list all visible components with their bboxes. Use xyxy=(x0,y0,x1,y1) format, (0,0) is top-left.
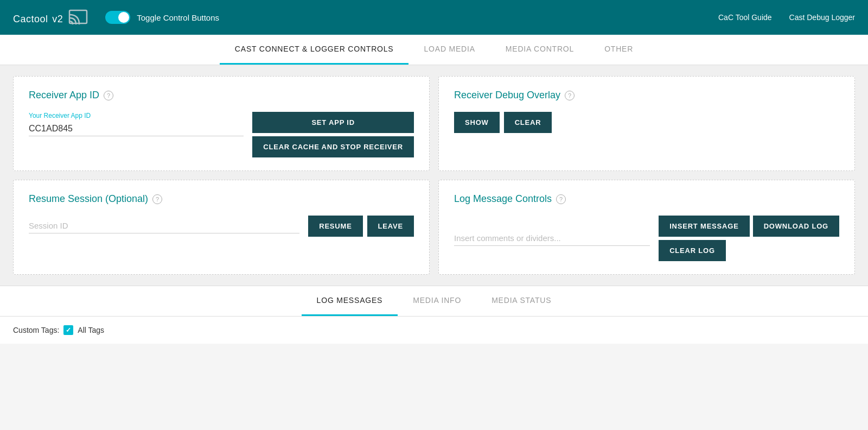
logo-version: v2 xyxy=(52,14,63,24)
header: Cactool v2 Toggle Control Buttons CaC To… xyxy=(0,0,868,35)
receiver-app-id-buttons: SET APP ID CLEAR CACHE AND STOP RECEIVER xyxy=(252,112,414,157)
custom-tags-area: Custom Tags: All Tags xyxy=(0,317,868,344)
resume-session-buttons: RESUME LEAVE xyxy=(308,216,414,237)
receiver-app-id-input[interactable] xyxy=(29,122,244,136)
clear-cache-stop-receiver-button[interactable]: CLEAR CACHE AND STOP RECEIVER xyxy=(252,136,414,157)
logo-name: Cactool xyxy=(13,14,48,24)
log-buttons-area: INSERT MESSAGE DOWNLOAD LOG CLEAR LOG xyxy=(659,216,839,261)
receiver-debug-overlay-buttons: SHOW CLEAR xyxy=(454,112,839,133)
session-id-input[interactable] xyxy=(29,219,299,233)
logo-text: Cactool v2 xyxy=(13,9,63,26)
resume-button[interactable]: RESUME xyxy=(308,216,362,237)
receiver-app-id-help-icon[interactable]: ? xyxy=(104,91,113,100)
session-id-input-area xyxy=(29,219,299,233)
set-app-id-button[interactable]: SET APP ID xyxy=(252,112,414,133)
receiver-app-id-body: Your Receiver App ID SET APP ID CLEAR CA… xyxy=(29,112,414,157)
resume-session-title: Resume Session (Optional) ? xyxy=(29,193,414,205)
receiver-app-id-input-label: Your Receiver App ID xyxy=(29,112,244,119)
tab-log-messages[interactable]: LOG MESSAGES xyxy=(302,286,398,316)
custom-tags-label: Custom Tags: xyxy=(13,326,59,334)
receiver-debug-overlay-card: Receiver Debug Overlay ? SHOW CLEAR xyxy=(438,76,855,171)
resume-session-help-icon[interactable]: ? xyxy=(152,194,162,204)
bottom-section: LOG MESSAGES MEDIA INFO MEDIA STATUS Cus… xyxy=(0,286,868,344)
cac-tool-guide-link[interactable]: CaC Tool Guide xyxy=(718,13,772,22)
log-message-controls-help-icon[interactable]: ? xyxy=(556,194,566,204)
cast-icon xyxy=(68,8,88,27)
tab-cast-connect[interactable]: CAST CONNECT & LOGGER CONTROLS xyxy=(220,35,409,65)
toggle-label: Toggle Control Buttons xyxy=(137,13,219,22)
resume-session-card: Resume Session (Optional) ? RESUME LEAVE xyxy=(13,180,430,275)
tab-load-media[interactable]: LOAD MEDIA xyxy=(409,35,490,65)
receiver-app-id-title: Receiver App ID ? xyxy=(29,90,414,101)
bottom-tabs-bar: LOG MESSAGES MEDIA INFO MEDIA STATUS xyxy=(0,286,868,317)
receiver-app-id-input-area: Your Receiver App ID xyxy=(29,112,244,136)
tab-other[interactable]: OTHER xyxy=(589,35,648,65)
log-message-input-area xyxy=(454,231,650,246)
all-tags-label: All Tags xyxy=(78,326,104,334)
main-content: Receiver App ID ? Your Receiver App ID S… xyxy=(0,65,868,286)
clear-log-button[interactable]: CLEAR LOG xyxy=(659,240,726,261)
receiver-debug-overlay-title: Receiver Debug Overlay ? xyxy=(454,90,839,101)
tab-media-info[interactable]: MEDIA INFO xyxy=(398,286,476,316)
log-buttons-bottom-row: CLEAR LOG xyxy=(659,240,839,261)
insert-message-button[interactable]: INSERT MESSAGE xyxy=(659,216,750,237)
toggle-control-buttons-switch[interactable] xyxy=(105,11,130,24)
receiver-debug-overlay-help-icon[interactable]: ? xyxy=(565,91,575,100)
receiver-app-id-card: Receiver App ID ? Your Receiver App ID S… xyxy=(13,76,430,171)
cast-debug-logger-link[interactable]: Cast Debug Logger xyxy=(789,13,855,22)
all-tags-checkbox[interactable] xyxy=(63,325,73,335)
log-message-controls-card: Log Message Controls ? INSERT MESSAGE DO… xyxy=(438,180,855,275)
clear-debug-overlay-button[interactable]: CLEAR xyxy=(504,112,552,133)
log-message-controls-title: Log Message Controls ? xyxy=(454,193,839,205)
tab-media-control[interactable]: MEDIA CONTROL xyxy=(490,35,589,65)
tab-media-status[interactable]: MEDIA STATUS xyxy=(476,286,566,316)
header-nav: CaC Tool Guide Cast Debug Logger xyxy=(718,13,855,22)
toggle-area: Toggle Control Buttons xyxy=(105,11,219,24)
logo-area: Cactool v2 xyxy=(13,8,88,27)
cards-grid: Receiver App ID ? Your Receiver App ID S… xyxy=(13,76,855,275)
download-log-button[interactable]: DOWNLOAD LOG xyxy=(753,216,839,237)
leave-button[interactable]: LEAVE xyxy=(367,216,414,237)
log-message-input[interactable] xyxy=(454,231,650,246)
log-message-controls-body: INSERT MESSAGE DOWNLOAD LOG CLEAR LOG xyxy=(454,216,839,261)
resume-session-body: RESUME LEAVE xyxy=(29,216,414,237)
log-buttons-top-row: INSERT MESSAGE DOWNLOAD LOG xyxy=(659,216,839,237)
show-debug-overlay-button[interactable]: SHOW xyxy=(454,112,500,133)
main-tabs-bar: CAST CONNECT & LOGGER CONTROLS LOAD MEDI… xyxy=(0,35,868,65)
